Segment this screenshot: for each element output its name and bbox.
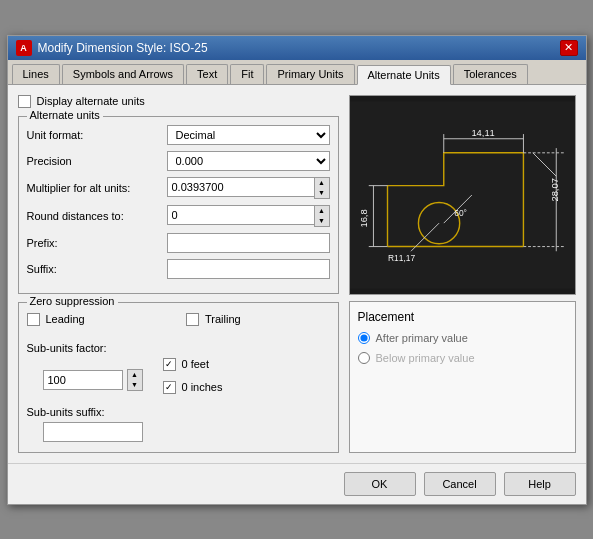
- round-distances-spin: ▲ ▼: [314, 205, 330, 227]
- svg-text:R11,17: R11,17: [387, 252, 414, 262]
- sub-units-down-btn[interactable]: ▼: [128, 380, 142, 390]
- precision-row: Precision 0.000 0 0.0 0.00 0.0000: [27, 151, 330, 171]
- round-distances-label: Round distances to:: [27, 210, 167, 222]
- suffix-row: Suffix:: [27, 259, 330, 279]
- sub-units-factor-input-row: ▲ ▼ 0 feet 0 inches: [43, 358, 330, 402]
- alternate-units-section: Alternate units Unit format: Decimal Eng…: [18, 116, 339, 294]
- sub-units-factor-spin: ▲ ▼: [127, 369, 143, 391]
- dialog-title: Modify Dimension Style: ISO-25: [38, 41, 208, 55]
- app-icon: A: [16, 40, 32, 56]
- ok-button[interactable]: OK: [344, 472, 416, 496]
- round-distances-input-group: 0 ▲ ▼: [167, 205, 330, 227]
- display-alt-units-row: Display alternate units: [18, 95, 339, 108]
- round-down-btn[interactable]: ▼: [315, 216, 329, 226]
- suffix-input[interactable]: [167, 259, 330, 279]
- close-button[interactable]: ✕: [560, 40, 578, 56]
- below-primary-option[interactable]: Below primary value: [358, 352, 567, 364]
- prefix-row: Prefix:: [27, 233, 330, 253]
- trailing-checkbox[interactable]: [186, 313, 199, 326]
- svg-text:28,07: 28,07: [550, 178, 560, 201]
- cancel-button[interactable]: Cancel: [424, 472, 496, 496]
- zero-suppression-title: Zero suppression: [27, 295, 118, 307]
- svg-text:60°: 60°: [454, 207, 467, 217]
- after-primary-option[interactable]: After primary value: [358, 332, 567, 344]
- tab-tolerances[interactable]: Tolerances: [453, 64, 528, 84]
- unit-format-row: Unit format: Decimal Engineering Archite…: [27, 125, 330, 145]
- multiplier-spin: ▲ ▼: [314, 177, 330, 199]
- prefix-input[interactable]: [167, 233, 330, 253]
- dialog-footer: OK Cancel Help: [8, 463, 586, 504]
- svg-text:14,11: 14,11: [471, 127, 494, 137]
- feet-inches-checkboxes: 0 feet 0 inches: [163, 358, 223, 402]
- sub-units-section: Sub-units factor: ▲ ▼ 0 feet: [27, 342, 330, 442]
- sub-units-factor-label: Sub-units factor:: [27, 342, 147, 354]
- round-distances-row: Round distances to: 0 ▲ ▼: [27, 205, 330, 227]
- below-primary-radio[interactable]: [358, 352, 370, 364]
- zero-feet-checkbox[interactable]: [163, 358, 176, 371]
- help-button[interactable]: Help: [504, 472, 576, 496]
- leading-checkbox[interactable]: [27, 313, 40, 326]
- tab-primary[interactable]: Primary Units: [266, 64, 354, 84]
- tab-lines[interactable]: Lines: [12, 64, 60, 84]
- dialog-content: Display alternate units Alternate units …: [8, 85, 586, 463]
- sub-units-suffix-label: Sub-units suffix:: [27, 406, 147, 418]
- multiplier-label: Multiplier for alt units:: [27, 182, 167, 194]
- dialog: A Modify Dimension Style: ISO-25 ✕ Lines…: [7, 35, 587, 505]
- title-bar-left: A Modify Dimension Style: ISO-25: [16, 40, 208, 56]
- below-primary-label: Below primary value: [376, 352, 475, 364]
- sub-units-factor-row: Sub-units factor:: [27, 342, 330, 354]
- display-alt-units-label: Display alternate units: [37, 95, 145, 107]
- unit-format-select[interactable]: Decimal Engineering Architectural Fracti…: [167, 125, 330, 145]
- tab-bar: Lines Symbols and Arrows Text Fit Primar…: [8, 60, 586, 85]
- placement-box: Placement After primary value Below prim…: [349, 301, 576, 453]
- trailing-row: Trailing: [186, 313, 330, 326]
- multiplier-down-btn[interactable]: ▼: [315, 188, 329, 198]
- preview-svg: 14,11 16,8 28,07 60°: [350, 96, 575, 294]
- precision-label: Precision: [27, 155, 167, 167]
- preview-box: 14,11 16,8 28,07 60°: [349, 95, 576, 295]
- tab-symbols[interactable]: Symbols and Arrows: [62, 64, 184, 84]
- multiplier-input[interactable]: 0.0393700: [167, 177, 314, 197]
- svg-text:16,8: 16,8: [358, 209, 368, 227]
- zero-feet-row: 0 feet: [163, 358, 223, 371]
- prefix-label: Prefix:: [27, 237, 167, 249]
- zero-suppression-section: Zero suppression Leading Trailing Sub-un…: [18, 302, 339, 453]
- zero-feet-label: 0 feet: [182, 358, 210, 370]
- suffix-label: Suffix:: [27, 263, 167, 275]
- alternate-units-title: Alternate units: [27, 109, 103, 121]
- tab-alternate[interactable]: Alternate Units: [357, 65, 451, 85]
- zero-inches-checkbox[interactable]: [163, 381, 176, 394]
- zero-inches-label: 0 inches: [182, 381, 223, 393]
- placement-title: Placement: [358, 310, 567, 324]
- svg-rect-0: [350, 101, 575, 289]
- sub-units-suffix-row: Sub-units suffix:: [27, 406, 330, 418]
- right-panel: 14,11 16,8 28,07 60°: [349, 95, 576, 453]
- tab-fit[interactable]: Fit: [230, 64, 264, 84]
- leading-label: Leading: [46, 313, 85, 325]
- multiplier-row: Multiplier for alt units: 0.0393700 ▲ ▼: [27, 177, 330, 199]
- multiplier-input-group: 0.0393700 ▲ ▼: [167, 177, 330, 199]
- sub-units-factor-input[interactable]: [43, 370, 123, 390]
- sub-units-up-btn[interactable]: ▲: [128, 370, 142, 380]
- sub-units-suffix-input[interactable]: [43, 422, 143, 442]
- sub-units-suffix-input-row: [43, 422, 330, 442]
- after-primary-label: After primary value: [376, 332, 468, 344]
- title-bar: A Modify Dimension Style: ISO-25 ✕: [8, 36, 586, 60]
- left-panel: Display alternate units Alternate units …: [18, 95, 339, 453]
- round-up-btn[interactable]: ▲: [315, 206, 329, 216]
- zero-sup-grid: Leading Trailing: [27, 313, 330, 334]
- zero-inches-row: 0 inches: [163, 381, 223, 394]
- precision-select[interactable]: 0.000 0 0.0 0.00 0.0000: [167, 151, 330, 171]
- display-alt-units-checkbox[interactable]: [18, 95, 31, 108]
- unit-format-label: Unit format:: [27, 129, 167, 141]
- trailing-label: Trailing: [205, 313, 241, 325]
- round-distances-input[interactable]: 0: [167, 205, 314, 225]
- multiplier-up-btn[interactable]: ▲: [315, 178, 329, 188]
- tab-text[interactable]: Text: [186, 64, 228, 84]
- leading-row: Leading: [27, 313, 171, 326]
- after-primary-radio[interactable]: [358, 332, 370, 344]
